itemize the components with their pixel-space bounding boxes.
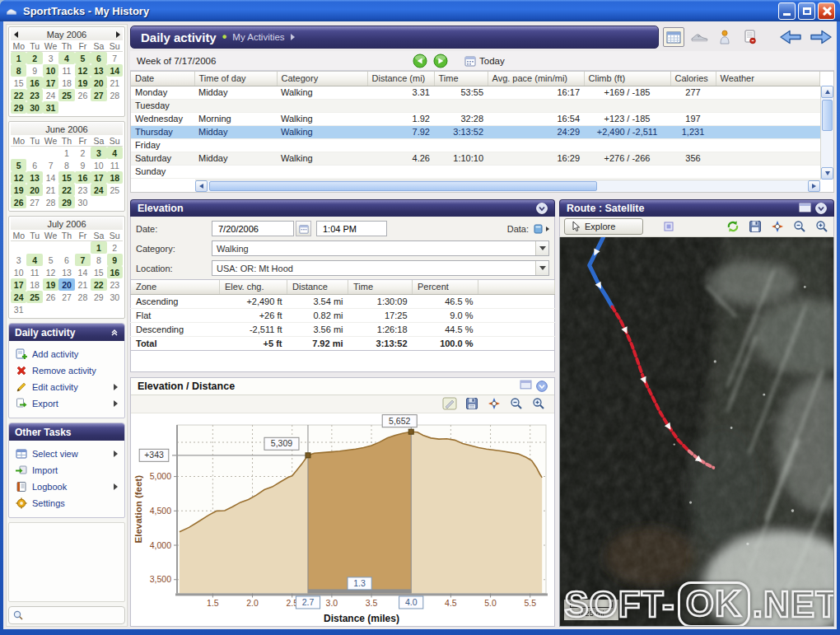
calendar-day[interactable]: 27 [91, 89, 106, 101]
chart-list-button[interactable] [520, 380, 532, 392]
calendar-day[interactable]: 22 [11, 89, 26, 101]
map-zoom-in-button[interactable] [814, 220, 829, 234]
calendar-day[interactable]: 31 [11, 303, 26, 315]
calendar-day[interactable]: 6 [26, 159, 42, 171]
window-titlebar[interactable]: SportTracks - My History [0, 0, 840, 21]
calendar-day[interactable]: 26 [11, 196, 26, 208]
explore-button[interactable]: Explore [564, 218, 643, 235]
import-item[interactable]: Import [12, 462, 121, 479]
calendar-day[interactable]: 28 [75, 291, 91, 303]
calendar-day[interactable]: 27 [58, 291, 74, 303]
calendar-day[interactable]: 29 [11, 101, 26, 114]
table-row[interactable]: Tuesday [131, 99, 820, 112]
route-select-mode-button[interactable] [661, 220, 676, 234]
calendar-day[interactable]: 2 [26, 52, 42, 64]
calendar-day[interactable]: 7 [75, 254, 91, 266]
elevation-panel-header[interactable]: Elevation [130, 199, 555, 217]
calendar-day[interactable]: 27 [26, 196, 42, 208]
calendar-day[interactable]: 19 [75, 77, 91, 89]
calendar-day[interactable]: 23 [107, 278, 123, 291]
calendar-day[interactable]: 1 [58, 147, 74, 159]
calendar-day[interactable]: 3 [91, 147, 106, 159]
calendar-day[interactable]: 23 [26, 89, 42, 101]
column-header-time-of-day[interactable]: Time of day [194, 72, 277, 86]
calendar-day[interactable]: 13 [91, 64, 106, 77]
edit-activity-item[interactable]: Edit activity [12, 379, 121, 395]
calendar-day[interactable]: 22 [91, 278, 106, 291]
scroll-left-button[interactable] [195, 180, 208, 192]
calendar-day[interactable]: 9 [26, 64, 42, 77]
calendar-day[interactable]: 2 [107, 241, 123, 254]
column-header-climb-ft[interactable]: Climb (ft) [584, 72, 670, 86]
chart-zoom-in-button[interactable] [531, 397, 546, 411]
column-header-distance-mi[interactable]: Distance (mi) [367, 72, 434, 86]
zone-column-percent[interactable]: Percent [413, 280, 478, 294]
map-zoom-out-button[interactable] [792, 220, 807, 234]
calendar-day[interactable]: 25 [107, 184, 123, 196]
calendar-day[interactable]: 7 [43, 159, 58, 171]
scroll-up-button[interactable] [821, 86, 833, 98]
calendar-day[interactable]: 12 [75, 64, 91, 77]
calendar-day[interactable]: 12 [11, 171, 26, 184]
calendar-day[interactable]: 14 [43, 171, 58, 184]
calendar-day[interactable]: 21 [107, 77, 123, 89]
column-header-time[interactable]: Time [434, 72, 488, 86]
chart-save-button[interactable] [464, 397, 479, 411]
maximize-button[interactable] [798, 2, 815, 20]
calendar-day[interactable]: 29 [58, 196, 74, 208]
calendar-day[interactable]: 10 [43, 64, 58, 77]
zone-column-zone[interactable]: Zone [131, 280, 220, 294]
minimize-button[interactable] [778, 2, 796, 20]
calendar-day[interactable]: 17 [43, 77, 58, 89]
table-row[interactable]: ThursdayMiddayWalking7.923:13:5224:29+2,… [131, 125, 820, 138]
calendar-day[interactable]: 26 [75, 89, 91, 101]
table-row[interactable]: Friday [131, 138, 820, 152]
reports-view-button[interactable] [740, 27, 761, 47]
equipment-view-button[interactable] [688, 27, 710, 47]
collapse-panel-button[interactable] [536, 203, 548, 214]
calendar-day[interactable]: 14 [75, 266, 91, 278]
calendar-day[interactable]: 22 [58, 184, 74, 196]
table-row[interactable]: Sunday [131, 165, 820, 178]
close-button[interactable] [818, 2, 835, 20]
calendar-day[interactable]: 24 [11, 291, 26, 303]
calendar-day[interactable]: 15 [58, 171, 74, 184]
table-row[interactable]: SaturdayMiddayWalking4.261:10:1016:29+27… [131, 152, 820, 165]
back-button[interactable] [777, 27, 804, 47]
map-refresh-button[interactable] [726, 220, 740, 234]
table-row[interactable]: MondayMiddayWalking3.3153:5516:17+169 / … [131, 86, 820, 99]
calendar-day[interactable]: 10 [11, 266, 26, 278]
calendar-day[interactable]: 6 [58, 254, 74, 266]
scroll-down-button[interactable] [821, 167, 833, 180]
calendar-day[interactable]: 16 [75, 171, 91, 184]
calendar-day[interactable]: 12 [43, 266, 58, 278]
breadcrumb[interactable]: My Activities [232, 32, 284, 42]
today-button[interactable]: Today [464, 55, 505, 67]
horizontal-scroll-thumb[interactable] [209, 181, 597, 191]
calendar-day[interactable]: 18 [58, 77, 74, 89]
category-dropdown-button[interactable] [535, 241, 548, 255]
calendar-day[interactable]: 16 [26, 77, 42, 89]
calendar-day[interactable]: 8 [91, 254, 106, 266]
calendar-day[interactable]: 20 [91, 77, 106, 89]
chart-collapse-button[interactable] [536, 381, 548, 392]
calendar-prev-button[interactable] [11, 30, 21, 39]
chart-edit-button[interactable] [442, 397, 457, 411]
settings-item[interactable]: Settings [12, 495, 121, 511]
select-view-item[interactable]: Select view [12, 446, 121, 462]
calendar-view-button[interactable] [663, 27, 684, 47]
calendar-day[interactable]: 30 [107, 291, 123, 303]
calendar-day[interactable]: 13 [26, 171, 42, 184]
calendar-day[interactable]: 30 [26, 101, 42, 114]
remove-activity-item[interactable]: Remove activity [12, 362, 121, 379]
date-input[interactable] [217, 223, 289, 235]
collapse-chevron-icon[interactable] [110, 329, 119, 337]
column-header-category[interactable]: Category [277, 72, 367, 86]
calendar-day[interactable]: 29 [91, 291, 106, 303]
route-panel-header[interactable]: Route : Satellite [559, 199, 834, 217]
date-picker-button[interactable] [296, 221, 311, 236]
calendar-day[interactable]: 16 [107, 266, 123, 278]
calendar-day[interactable]: 6 [91, 52, 106, 64]
calendar-day[interactable]: 28 [107, 89, 123, 101]
zone-column-elev-chg[interactable]: Elev. chg. [220, 280, 287, 294]
